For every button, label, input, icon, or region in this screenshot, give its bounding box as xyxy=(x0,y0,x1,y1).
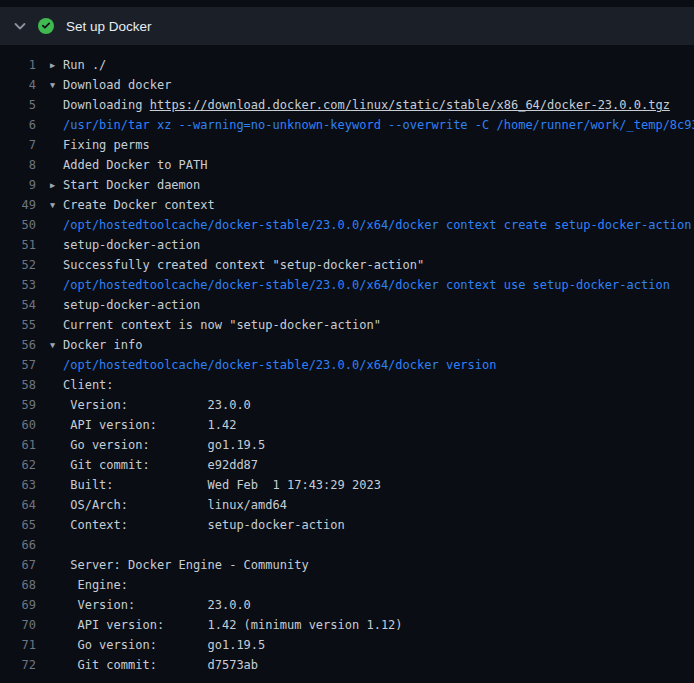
gutter-spacer xyxy=(50,595,63,615)
line-number[interactable]: 60 xyxy=(0,415,36,435)
log-line: 52Successfully created context "setup-do… xyxy=(0,255,694,275)
gutter-spacer xyxy=(50,295,63,315)
line-number[interactable]: 61 xyxy=(0,435,36,455)
log-line: 59 Version: 23.0.0 xyxy=(0,395,694,415)
line-number[interactable]: 58 xyxy=(0,375,36,395)
log-line: 51setup-docker-action xyxy=(0,235,694,255)
group-title[interactable]: Download docker xyxy=(63,75,171,95)
gutter-spacer xyxy=(50,415,63,435)
line-number[interactable]: 67 xyxy=(0,555,36,575)
log-text: API version: 1.42 xyxy=(63,415,236,435)
log-text: Context: setup-docker-action xyxy=(63,515,345,535)
gutter-spacer xyxy=(50,395,63,415)
line-number[interactable]: 4 xyxy=(0,75,36,95)
line-number[interactable]: 8 xyxy=(0,155,36,175)
log-text: Engine: xyxy=(63,575,128,595)
line-number[interactable]: 50 xyxy=(0,215,36,235)
line-number[interactable]: 69 xyxy=(0,595,36,615)
chevron-down-icon[interactable] xyxy=(12,18,28,34)
group-expanded-icon[interactable]: ▼ xyxy=(50,195,63,215)
command-text: /opt/hostedtoolcache/docker-stable/23.0.… xyxy=(63,215,692,235)
log-text: Fixing perms xyxy=(63,135,150,155)
gutter-spacer xyxy=(50,555,63,575)
line-number[interactable]: 71 xyxy=(0,635,36,655)
gutter-spacer xyxy=(50,275,63,295)
log-text: setup-docker-action xyxy=(63,295,200,315)
log-text: Git commit: d7573ab xyxy=(63,655,258,675)
gutter-spacer xyxy=(50,635,63,655)
gutter-spacer xyxy=(50,235,63,255)
log-line: 50/opt/hostedtoolcache/docker-stable/23.… xyxy=(0,215,694,235)
log-line: 68 Engine: xyxy=(0,575,694,595)
gutter-spacer xyxy=(50,655,63,675)
line-number[interactable]: 59 xyxy=(0,395,36,415)
line-number[interactable]: 1 xyxy=(0,55,36,75)
line-number[interactable]: 53 xyxy=(0,275,36,295)
log-text: Built: Wed Feb 1 17:43:29 2023 xyxy=(63,475,381,495)
log-line: 70 API version: 1.42 (minimum version 1.… xyxy=(0,615,694,635)
gutter-spacer xyxy=(50,355,63,375)
log-line: 4▼Download docker xyxy=(0,75,694,95)
group-collapsed-icon[interactable]: ▶ xyxy=(50,55,63,75)
line-number[interactable]: 66 xyxy=(0,535,36,555)
log-line: 55Current context is now "setup-docker-a… xyxy=(0,315,694,335)
log-line: 54setup-docker-action xyxy=(0,295,694,315)
log-line: 8Added Docker to PATH xyxy=(0,155,694,175)
log-text: Server: Docker Engine - Community xyxy=(63,555,309,575)
line-number[interactable]: 63 xyxy=(0,475,36,495)
line-number[interactable]: 52 xyxy=(0,255,36,275)
log-line: 65 Context: setup-docker-action xyxy=(0,515,694,535)
gutter-spacer xyxy=(50,375,63,395)
group-title[interactable]: Run ./ xyxy=(63,55,106,75)
line-number[interactable]: 62 xyxy=(0,455,36,475)
group-expanded-icon[interactable]: ▼ xyxy=(50,75,63,95)
line-number[interactable]: 68 xyxy=(0,575,36,595)
gutter-spacer xyxy=(50,255,63,275)
log-text: setup-docker-action xyxy=(63,235,200,255)
line-number[interactable]: 64 xyxy=(0,495,36,515)
log-text: OS/Arch: linux/amd64 xyxy=(63,495,287,515)
group-expanded-icon[interactable]: ▼ xyxy=(50,335,63,355)
log-line: 72 Git commit: d7573ab xyxy=(0,655,694,675)
line-number[interactable]: 9 xyxy=(0,175,36,195)
log-text: Current context is now "setup-docker-act… xyxy=(63,315,381,335)
step-header[interactable]: Set up Docker xyxy=(0,7,694,45)
line-number[interactable]: 51 xyxy=(0,235,36,255)
command-text: /usr/bin/tar xz --warning=no-unknown-key… xyxy=(63,115,694,135)
log-line: 61 Go version: go1.19.5 xyxy=(0,435,694,455)
line-number[interactable]: 55 xyxy=(0,315,36,335)
line-number[interactable]: 70 xyxy=(0,615,36,635)
line-number[interactable]: 72 xyxy=(0,655,36,675)
line-number[interactable]: 57 xyxy=(0,355,36,375)
log-line: 66 xyxy=(0,535,694,555)
group-title[interactable]: Create Docker context xyxy=(63,195,215,215)
log-line: 63 Built: Wed Feb 1 17:43:29 2023 xyxy=(0,475,694,495)
log-line: 67 Server: Docker Engine - Community xyxy=(0,555,694,575)
log-text: Go version: go1.19.5 xyxy=(63,435,265,455)
log-line: 6/usr/bin/tar xz --warning=no-unknown-ke… xyxy=(0,115,694,135)
log-line: 64 OS/Arch: linux/amd64 xyxy=(0,495,694,515)
line-number[interactable]: 7 xyxy=(0,135,36,155)
gutter-spacer xyxy=(50,215,63,235)
line-number[interactable]: 65 xyxy=(0,515,36,535)
group-title[interactable]: Start Docker daemon xyxy=(63,175,200,195)
group-collapsed-icon[interactable]: ▶ xyxy=(50,175,63,195)
log-line: 53/opt/hostedtoolcache/docker-stable/23.… xyxy=(0,275,694,295)
log-line: 71 Go version: go1.19.5 xyxy=(0,635,694,655)
gutter-spacer xyxy=(50,615,63,635)
log-line: 7Fixing perms xyxy=(0,135,694,155)
line-number[interactable]: 49 xyxy=(0,195,36,215)
log-line: 60 API version: 1.42 xyxy=(0,415,694,435)
log-text: Version: 23.0.0 xyxy=(63,395,251,415)
gutter-spacer xyxy=(50,155,63,175)
line-number[interactable]: 54 xyxy=(0,295,36,315)
log-line: 62 Git commit: e92dd87 xyxy=(0,455,694,475)
line-number[interactable]: 56 xyxy=(0,335,36,355)
log-container[interactable]: 1▶Run ./4▼Download docker5Downloading ht… xyxy=(0,45,694,675)
log-text: Downloading https://download.docker.com/… xyxy=(63,95,670,115)
gutter-spacer xyxy=(50,435,63,455)
log-link[interactable]: https://download.docker.com/linux/static… xyxy=(150,98,670,112)
line-number[interactable]: 6 xyxy=(0,115,36,135)
group-title[interactable]: Docker info xyxy=(63,335,142,355)
line-number[interactable]: 5 xyxy=(0,95,36,115)
